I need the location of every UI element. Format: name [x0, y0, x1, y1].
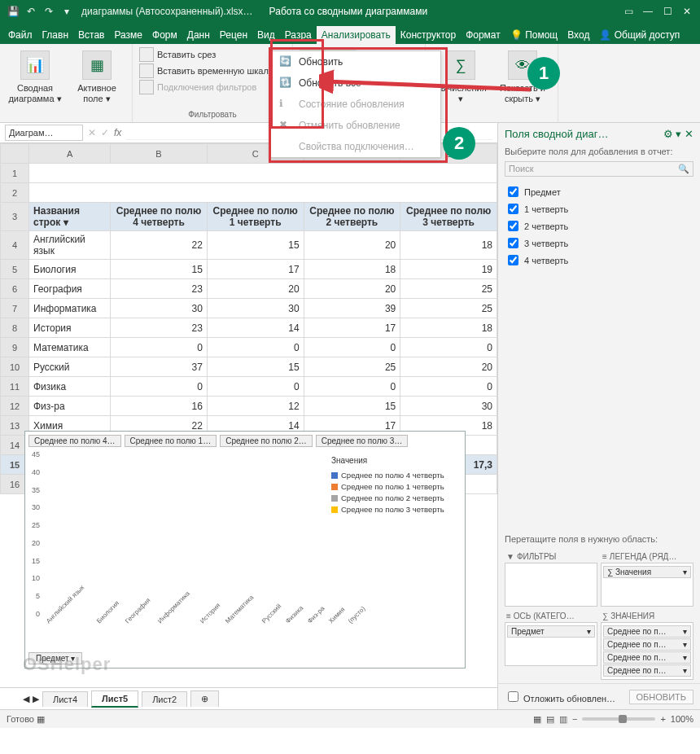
insert-timeline-button[interactable]: Вставить временную шкалу — [139, 64, 286, 78]
zone-values[interactable]: Среднее по п…▾Среднее по п…▾Среднее по п… — [601, 622, 693, 680]
zone-item[interactable]: Среднее по п…▾ — [603, 664, 691, 677]
tab-file[interactable]: Файл — [3, 26, 37, 44]
enter-formula-icon[interactable]: ✓ — [101, 127, 109, 138]
refresh-all-icon: 🔃 — [279, 77, 292, 90]
drag-instructions: Перетащите поля в нужную область: — [498, 531, 700, 547]
document-title: диаграммы (Автосохраненный).xlsx… — [81, 6, 253, 17]
pivot-chart-button[interactable]: 📊Сводная диаграмма ▾ — [7, 47, 63, 104]
menu-connection-properties: Свойства подключения… — [271, 136, 440, 157]
undo-icon[interactable]: ↶ — [24, 5, 37, 18]
tab-formulas[interactable]: Форм — [147, 26, 182, 44]
field-checkbox[interactable]: 2 четверть — [505, 217, 693, 235]
pane-subtitle: Выберите поля для добавления в отчет: — [498, 145, 700, 158]
zone-item[interactable]: Среднее по п…▾ — [603, 638, 691, 651]
chart-value-field-button[interactable]: Среднее по полю 3… — [316, 435, 409, 447]
tab-data[interactable]: Данн — [182, 26, 215, 44]
sheet-tab[interactable]: Лист4 — [42, 691, 88, 707]
field-search-input[interactable]: Поиск🔍 — [505, 161, 693, 177]
maximize-icon[interactable]: ☐ — [661, 5, 674, 18]
callout-badge-1: 1 — [527, 57, 560, 90]
zone-item[interactable]: Предмет▾ — [507, 625, 595, 638]
tab-design[interactable]: Конструктор — [396, 26, 461, 44]
chart-value-field-button[interactable]: Среднее по полю 1… — [125, 435, 217, 447]
contextual-tab-title: Работа со сводными диаграммами — [261, 4, 436, 19]
zone-values-header: ∑ ЗНАЧЕНИЯ — [601, 610, 693, 622]
save-icon[interactable]: 💾 — [7, 5, 20, 18]
sheet-nav-next[interactable]: ▶ — [33, 694, 39, 704]
menu-cancel-refresh: ✖Отменить обновление — [271, 115, 440, 136]
pane-settings-icon[interactable]: ⚙ ▾ ✕ — [663, 128, 693, 140]
zoom-in-icon[interactable]: + — [660, 714, 665, 724]
status-ready: Готово — [7, 714, 34, 724]
tab-format[interactable]: Формат — [461, 26, 505, 44]
tab-layout[interactable]: Разме — [109, 26, 147, 44]
svg-line-0 — [326, 81, 531, 90]
field-checkbox[interactable]: 4 четверть — [505, 252, 693, 269]
field-checkbox[interactable]: 1 четверть — [505, 200, 693, 217]
filter-connections-button[interactable]: Подключения фильтров — [139, 80, 286, 94]
zone-filters[interactable] — [505, 563, 597, 607]
name-box[interactable]: Диаграм… — [5, 125, 83, 141]
chart-value-field-button[interactable]: Среднее по полю 2… — [220, 435, 313, 447]
zone-legend[interactable]: ∑ Значения▾ — [601, 563, 693, 607]
field-checkbox[interactable]: 3 четверть — [505, 235, 693, 252]
zoom-out-icon[interactable]: − — [572, 714, 577, 724]
active-field-button[interactable]: ▦Активное поле ▾ — [68, 47, 125, 104]
update-button[interactable]: ОБНОВИТЬ — [629, 690, 693, 704]
insert-slicer-button[interactable]: Вставить срез — [139, 47, 286, 62]
cancel-icon: ✖ — [279, 119, 292, 132]
tab-review[interactable]: Рецен — [215, 26, 252, 44]
ribbon-options-icon[interactable]: ▭ — [622, 5, 635, 18]
filter-group-label: Фильтровать — [139, 108, 286, 121]
qat-dropdown-icon[interactable]: ▾ — [60, 5, 73, 18]
tab-insert[interactable]: Встав — [73, 26, 109, 44]
search-icon: 🔍 — [678, 164, 689, 174]
minimize-icon[interactable]: — — [641, 5, 654, 18]
sheet-tab[interactable]: Лист2 — [142, 691, 187, 707]
defer-update-checkbox[interactable]: Отложить обновлен… — [505, 689, 615, 704]
view-normal-icon[interactable]: ▦ — [533, 714, 541, 725]
zoom-level[interactable]: 100% — [671, 714, 693, 724]
zone-axis[interactable]: Предмет▾ — [505, 622, 597, 666]
sheet-nav-prev[interactable]: ◀ — [23, 694, 29, 704]
zone-axis-header: ≡ ОСЬ (КАТЕГО… — [505, 610, 597, 622]
zone-filters-header: ▼ ФИЛЬТРЫ — [505, 550, 597, 563]
zone-item[interactable]: Среднее по п…▾ — [603, 625, 691, 638]
chart-value-field-button[interactable]: Среднее по полю 4… — [28, 435, 121, 447]
field-checkbox[interactable]: Предмет — [505, 183, 693, 200]
tab-share[interactable]: 👤 Общий доступ — [594, 26, 685, 44]
pivot-chart[interactable]: Среднее по полю 4…Среднее по полю 1…Сред… — [24, 431, 466, 669]
view-pagebreak-icon[interactable]: ▥ — [559, 714, 567, 725]
info-icon: ℹ — [279, 98, 292, 111]
callout-badge-2: 2 — [443, 127, 475, 160]
tab-home[interactable]: Главн — [37, 26, 74, 44]
new-sheet-button[interactable]: ⊕ — [190, 690, 219, 707]
sheet-tab-active[interactable]: Лист5 — [91, 690, 138, 708]
tab-signin[interactable]: Вход — [562, 26, 594, 44]
redo-icon[interactable]: ↷ — [42, 5, 55, 18]
zone-item[interactable]: ∑ Значения▾ — [603, 566, 691, 578]
tab-tellme[interactable]: 💡 Помощ — [505, 26, 562, 44]
tab-developer[interactable]: Разра — [280, 26, 317, 44]
zoom-slider[interactable] — [582, 717, 655, 721]
fx-icon[interactable]: fx — [114, 127, 121, 138]
refresh-icon: 🔄 — [279, 55, 292, 68]
legend-title: Значения — [331, 455, 462, 467]
tab-view[interactable]: Вид — [252, 26, 280, 44]
view-pagelayout-icon[interactable]: ▤ — [546, 714, 554, 725]
watermark: OSHelper — [23, 654, 111, 675]
tab-analyze[interactable]: Анализировать — [317, 26, 396, 44]
zone-item[interactable]: Среднее по п…▾ — [603, 651, 691, 664]
cancel-formula-icon[interactable]: ✕ — [88, 127, 96, 138]
macro-record-icon[interactable]: ▦ — [37, 714, 45, 724]
zone-legend-header: ≡ ЛЕГЕНДА (РЯД… — [601, 550, 693, 563]
pane-title: Поля сводной диаг… — [505, 128, 608, 140]
pivot-field-pane: Поля сводной диаг…⚙ ▾ ✕ Выберите поля дл… — [498, 123, 700, 709]
close-icon[interactable]: ✕ — [680, 5, 693, 18]
